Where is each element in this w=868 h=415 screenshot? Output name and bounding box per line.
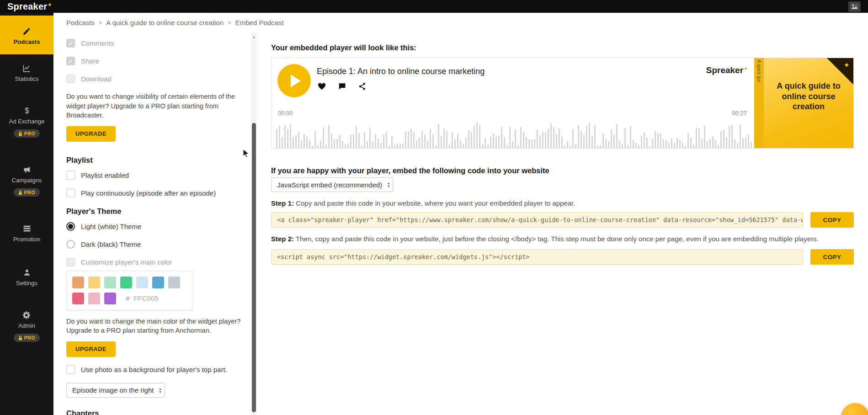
scrollbar-thumb[interactable] bbox=[252, 123, 256, 412]
waveform[interactable] bbox=[276, 119, 754, 148]
settings-scrollbar[interactable]: ▴ bbox=[251, 32, 257, 415]
profile-image-icon[interactable] bbox=[848, 1, 861, 12]
step2-code-box[interactable]: <script async src="https://widget.spreak… bbox=[271, 249, 803, 265]
like-icon[interactable] bbox=[318, 83, 326, 90]
brand-text: Spreaker bbox=[706, 65, 743, 75]
radio-label: Light (white) Theme bbox=[81, 223, 141, 230]
color-swatch[interactable] bbox=[168, 277, 180, 288]
share-icon[interactable] bbox=[358, 82, 366, 90]
play-continuously-checkbox[interactable]: Play continuously (episode after an epis… bbox=[66, 189, 241, 198]
step1-text: Copy and paste this code in your website… bbox=[296, 199, 575, 207]
total-time: 00:27 bbox=[732, 110, 747, 117]
checkbox-label: Share bbox=[81, 57, 99, 65]
breadcrumb-embed-podcast: Embed Podcast bbox=[235, 19, 284, 27]
step1-instruction: Step 1: Copy and paste this code in your… bbox=[271, 199, 854, 207]
spreaker-logo[interactable]: Spreaker✦ bbox=[7, 1, 52, 12]
promotion-icon bbox=[23, 224, 31, 233]
sidebar-item-label: Promotion bbox=[13, 236, 40, 243]
pro-badge: PRO bbox=[14, 334, 40, 342]
color-swatch[interactable] bbox=[104, 293, 116, 304]
player-preview: Episode 1: An intro to online course mar… bbox=[271, 58, 854, 149]
step2-code: <script async src="https://widget.spreak… bbox=[277, 253, 530, 261]
chat-launcher-button[interactable] bbox=[841, 403, 868, 415]
dark-theme-radio[interactable]: Dark (black) Theme bbox=[66, 240, 241, 249]
comments-checkbox[interactable]: Comments bbox=[66, 38, 241, 48]
chapters-heading: Chapters bbox=[66, 409, 241, 415]
current-time: 00:00 bbox=[278, 110, 293, 117]
color-upgrade-note: Do you want to change the main color of … bbox=[66, 317, 241, 335]
light-theme-radio[interactable]: Light (white) Theme bbox=[66, 222, 241, 231]
scroll-up-icon[interactable]: ▴ bbox=[251, 35, 257, 39]
player-spreaker-logo[interactable]: Spreaker✦ bbox=[706, 65, 748, 75]
brand-star-icon: ✦ bbox=[743, 65, 748, 72]
select-value: JavaScript embed (recommended) bbox=[277, 181, 382, 189]
player-theme-heading: Player's Theme bbox=[66, 207, 241, 216]
spreaker-embed-page: Spreaker✦ Podcasts Statistics Ad Exchang… bbox=[0, 0, 868, 415]
upgrade-button[interactable]: UPGRADE bbox=[66, 341, 116, 357]
color-swatch[interactable] bbox=[136, 277, 148, 288]
checkbox-icon bbox=[66, 365, 75, 374]
user-icon bbox=[23, 268, 31, 277]
cover-title: A quick guide to online course creation bbox=[773, 81, 844, 112]
breadcrumb-show-title[interactable]: A quick guide to online course creation bbox=[106, 19, 224, 27]
upgrade-button[interactable]: UPGRADE bbox=[66, 126, 116, 142]
topbar: Spreaker✦ bbox=[0, 0, 868, 13]
image-position-select[interactable]: Episode image on the right ▴▾ bbox=[66, 383, 165, 398]
sidebar-item-statistics[interactable]: Statistics bbox=[0, 64, 53, 82]
color-swatch[interactable] bbox=[104, 277, 116, 288]
sidebar: Podcasts Statistics Ad Exchange PRO Camp… bbox=[0, 13, 53, 415]
color-swatch[interactable] bbox=[88, 293, 100, 304]
stats-icon bbox=[22, 64, 31, 73]
color-swatch[interactable] bbox=[120, 277, 132, 288]
megaphone-icon bbox=[22, 165, 31, 174]
visibility-upgrade-note: Do you want to change visibility of cert… bbox=[66, 92, 241, 120]
sidebar-item-ad-exchange[interactable]: Ad Exchange PRO bbox=[0, 106, 53, 138]
checkbox-label: Customize player's main color bbox=[81, 258, 172, 266]
checkbox-label: Play continuously (episode after an epis… bbox=[81, 189, 216, 197]
hex-color-input[interactable]: FFC005 bbox=[133, 294, 158, 302]
step2-label: Step 2: bbox=[271, 235, 294, 243]
color-swatch[interactable] bbox=[152, 277, 164, 288]
sidebar-item-campaigns[interactable]: Campaigns PRO bbox=[0, 165, 53, 197]
playlist-enabled-checkbox[interactable]: Playlist enabled bbox=[66, 171, 241, 180]
color-swatch[interactable] bbox=[88, 277, 100, 288]
pro-badge-label: PRO bbox=[24, 190, 35, 195]
hex-hash-label: # bbox=[126, 294, 129, 302]
image-thumbnail-icon bbox=[851, 3, 858, 10]
photo-background-checkbox[interactable]: Use photo as a background for player's t… bbox=[66, 365, 241, 374]
sidebar-item-admin[interactable]: Admin PRO bbox=[0, 310, 53, 342]
sidebar-item-settings[interactable]: Settings bbox=[0, 268, 53, 287]
embed-format-select[interactable]: JavaScript embed (recommended) ▴▾ bbox=[271, 177, 393, 192]
step1-code-box[interactable]: <a class="spreaker-player" href="https:/… bbox=[271, 212, 803, 228]
checkbox-icon bbox=[66, 74, 75, 83]
checkbox-icon bbox=[66, 258, 75, 266]
sidebar-item-promotion[interactable]: Promotion bbox=[0, 224, 53, 243]
select-arrows-icon: ▴▾ bbox=[159, 387, 161, 394]
cover-star-icon: ✦ bbox=[844, 61, 850, 69]
customize-color-checkbox[interactable]: Customize player's main color bbox=[66, 258, 241, 267]
preview-heading: Your embedded player will look like this… bbox=[271, 43, 854, 52]
copy-button[interactable]: COPY bbox=[810, 249, 854, 265]
share-checkbox[interactable]: Share bbox=[66, 56, 241, 65]
checkbox-label: Comments bbox=[81, 39, 114, 47]
sidebar-item-label: Ad Exchange bbox=[9, 118, 44, 125]
comment-icon[interactable] bbox=[338, 83, 346, 90]
copy-button[interactable]: COPY bbox=[810, 212, 854, 228]
play-button[interactable] bbox=[277, 64, 311, 97]
checkbox-icon bbox=[66, 171, 75, 180]
breadcrumb-podcasts[interactable]: Podcasts bbox=[66, 19, 95, 27]
sidebar-item-podcasts[interactable]: Podcasts bbox=[0, 16, 53, 54]
checkbox-label: Use photo as a background for player's t… bbox=[81, 366, 227, 373]
download-checkbox[interactable]: Download bbox=[66, 74, 241, 83]
step1-code: <a class="spreaker-player" href="https:/… bbox=[277, 216, 803, 223]
gear-icon bbox=[22, 310, 31, 319]
checkbox-icon bbox=[66, 57, 75, 65]
breadcrumb: Podcasts > A quick guide to online cours… bbox=[53, 13, 868, 32]
color-swatch[interactable] bbox=[72, 277, 84, 288]
embed-heading: If you are happy with your player, embed… bbox=[271, 166, 854, 175]
checkbox-label: Playlist enabled bbox=[81, 171, 129, 179]
color-swatch[interactable] bbox=[72, 293, 84, 304]
pro-badge: PRO bbox=[14, 188, 40, 197]
step1-label: Step 1: bbox=[271, 199, 294, 207]
logo-text: Spreaker bbox=[7, 1, 47, 11]
